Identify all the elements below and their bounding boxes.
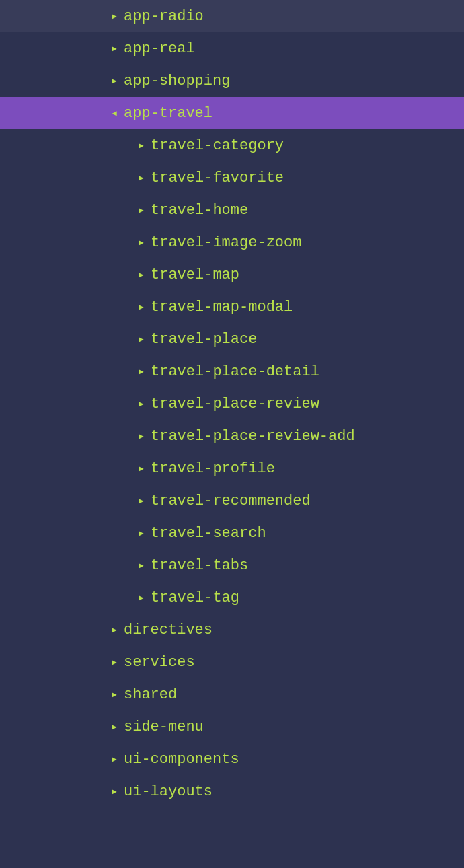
tree-item-label: travel-tag [151,589,239,606]
tree-item-travel-search[interactable]: travel-search [0,517,464,549]
chevron-right-icon [108,785,121,798]
tree-item-travel-profile[interactable]: travel-profile [0,452,464,484]
tree-item-travel-home[interactable]: travel-home [0,194,464,226]
tree-item-label: travel-category [151,137,284,154]
tree-item-label: travel-image-zoom [151,234,301,251]
chevron-right-icon [108,9,121,23]
tree-item-label: services [124,654,195,671]
tree-item-label: travel-profile [151,460,275,477]
tree-item-label: travel-favorite [151,170,284,186]
tree-item-label: ui-components [124,751,239,768]
tree-item-label: travel-map [151,266,239,283]
tree-item-label: travel-home [151,202,248,219]
tree-item-directives[interactable]: directives [0,614,464,646]
tree-item-label: travel-search [151,525,266,542]
chevron-right-icon [134,494,148,507]
tree-item-travel-map[interactable]: travel-map [0,258,464,291]
tree-item-label: travel-tabs [151,557,248,574]
tree-item-ui-components[interactable]: ui-components [0,743,464,775]
tree-item-app-travel[interactable]: app-travel [0,97,464,129]
tree-item-ui-layouts[interactable]: ui-layouts [0,775,464,807]
tree-item-travel-category[interactable]: travel-category [0,129,464,161]
tree-item-label: travel-recommended [151,493,311,509]
tree-item-label: travel-place-review-add [151,428,355,445]
chevron-right-icon [134,171,148,184]
tree-item-app-real[interactable]: app-real [0,32,464,65]
tree-item-travel-tag[interactable]: travel-tag [0,581,464,614]
tree-item-shared[interactable]: shared [0,678,464,711]
chevron-right-icon [134,139,148,152]
tree-item-travel-place-review[interactable]: travel-place-review [0,388,464,420]
chevron-right-icon [108,688,121,701]
tree-item-label: travel-place-review [151,396,319,412]
tree-item-label: app-travel [124,105,212,122]
tree-item-services[interactable]: services [0,646,464,678]
chevron-right-icon [134,429,148,443]
tree-item-travel-place-review-add[interactable]: travel-place-review-add [0,420,464,452]
tree-item-label: app-radio [124,8,204,25]
chevron-right-icon [134,268,148,281]
chevron-right-icon [108,42,121,55]
chevron-right-icon [134,203,148,217]
tree-item-label: travel-place-detail [151,363,319,380]
chevron-right-icon [108,74,121,87]
tree-item-label: app-shopping [124,73,230,89]
chevron-right-icon [134,365,148,378]
chevron-right-icon [108,752,121,766]
tree-item-travel-favorite[interactable]: travel-favorite [0,161,464,194]
chevron-right-icon [108,655,121,669]
tree-item-travel-place[interactable]: travel-place [0,323,464,355]
chevron-down-icon [108,106,121,120]
chevron-right-icon [108,720,121,733]
tree-item-label: travel-map-modal [151,299,293,316]
tree-item-label: shared [124,686,177,703]
file-tree: app-radioapp-realapp-shoppingapp-travelt… [0,0,464,807]
chevron-right-icon [134,526,148,540]
tree-item-travel-recommended[interactable]: travel-recommended [0,484,464,517]
tree-item-label: directives [124,622,212,639]
tree-item-travel-image-zoom[interactable]: travel-image-zoom [0,226,464,258]
chevron-right-icon [134,462,148,475]
tree-item-label: app-real [124,40,195,57]
chevron-right-icon [134,558,148,572]
tree-item-side-menu[interactable]: side-menu [0,711,464,743]
tree-item-travel-map-modal[interactable]: travel-map-modal [0,291,464,323]
tree-item-travel-place-detail[interactable]: travel-place-detail [0,355,464,388]
chevron-right-icon [134,332,148,346]
tree-item-label: side-menu [124,719,204,735]
tree-item-label: ui-layouts [124,783,212,800]
chevron-right-icon [134,397,148,410]
tree-item-app-shopping[interactable]: app-shopping [0,65,464,97]
chevron-right-icon [108,623,121,637]
tree-item-travel-tabs[interactable]: travel-tabs [0,549,464,581]
chevron-right-icon [134,236,148,249]
chevron-right-icon [134,591,148,604]
tree-item-app-radio[interactable]: app-radio [0,0,464,32]
tree-item-label: travel-place [151,331,257,348]
chevron-right-icon [134,300,148,314]
